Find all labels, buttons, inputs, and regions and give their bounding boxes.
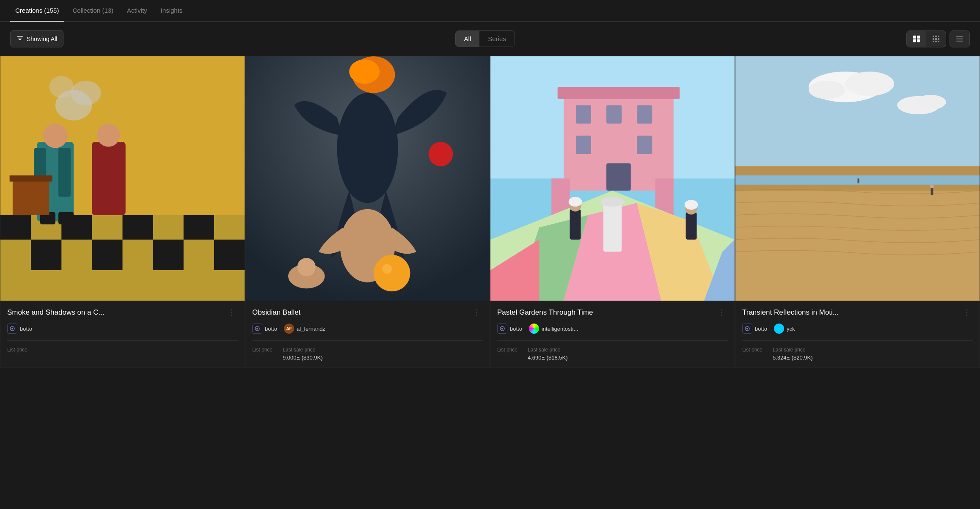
svg-rect-8	[935, 36, 937, 37]
art-card-pastel[interactable]: Pastel Gardens Through Time ⋮ botto inte…	[490, 56, 735, 368]
view-toggle	[906, 30, 946, 47]
card-prices-obsidian: List price - Last sale price 9.000Ξ ($30…	[252, 347, 483, 361]
tab-creations[interactable]: Creations (155)	[10, 0, 64, 22]
toggle-all-button[interactable]: All	[456, 31, 480, 47]
svg-point-50	[349, 59, 380, 84]
card-title-row-transient: Transient Reflections in Moti... ⋮	[742, 307, 973, 318]
more-button-transient[interactable]: ⋮	[961, 307, 973, 318]
svg-rect-67	[637, 136, 652, 154]
tab-insights[interactable]: Insights	[156, 0, 188, 22]
avatar-yck	[774, 324, 784, 334]
art-image-obsidian	[245, 56, 490, 301]
separator-smoke	[7, 340, 238, 341]
svg-rect-97	[931, 188, 933, 195]
svg-rect-54	[439, 145, 443, 154]
card-info-smoke: Smoke and Shadows on a C... ⋮ botto	[0, 301, 245, 368]
view-grid-button[interactable]	[907, 31, 926, 47]
tab-activity[interactable]: Activity	[122, 0, 152, 22]
svg-rect-79	[686, 212, 697, 240]
svg-rect-14	[935, 41, 937, 42]
art-image-pastel	[490, 56, 735, 301]
price-list-pastel: List price -	[497, 347, 518, 361]
card-creators-smoke: botto	[7, 324, 238, 334]
price-list-obsidian: List price -	[252, 347, 273, 361]
separator-pastel	[497, 340, 728, 341]
art-image-smoke	[0, 56, 245, 301]
svg-rect-25	[31, 240, 61, 270]
showing-all-label: Showing All	[27, 36, 57, 42]
creator-botto-transient: botto	[742, 324, 767, 334]
creator-botto-smoke: botto	[7, 324, 32, 334]
creator-name-alfernandz: al_fernandz	[297, 326, 325, 332]
avatar-intelligentostr	[529, 324, 539, 334]
price-sale-value-obsidian: 9.000Ξ ($30.9K)	[283, 354, 322, 361]
card-title-pastel: Pastel Gardens Through Time	[497, 308, 716, 317]
creator-name-intelligentostr: intelligentostr...	[542, 326, 578, 332]
toolbar-right	[906, 30, 970, 47]
svg-rect-42	[10, 175, 52, 181]
list-view-button[interactable]	[950, 30, 970, 47]
svg-point-58	[256, 328, 258, 329]
svg-rect-11	[935, 38, 937, 40]
filter-button[interactable]: Showing All	[10, 30, 63, 47]
card-prices-pastel: List price - Last sale price 4.690Ξ ($18…	[497, 347, 728, 361]
svg-rect-17	[956, 39, 963, 39]
price-list-label-obsidian: List price	[252, 347, 273, 353]
card-creators-transient: botto yck	[742, 324, 973, 334]
price-sale-label-obsidian: Last sale price	[283, 347, 322, 353]
tab-collection[interactable]: Collection (13)	[67, 0, 118, 22]
svg-point-47	[337, 93, 398, 203]
svg-point-52	[382, 264, 392, 274]
price-list-value-pastel: -	[497, 354, 518, 361]
more-button-obsidian[interactable]: ⋮	[471, 307, 483, 318]
svg-rect-37	[97, 124, 120, 147]
price-list-label-pastel: List price	[497, 347, 518, 353]
svg-point-39	[71, 81, 101, 105]
svg-point-91	[809, 81, 845, 99]
toolbar-center: All Series	[455, 30, 515, 47]
svg-rect-35	[58, 212, 74, 224]
art-card-smoke[interactable]: Smoke and Shadows on a C... ⋮ botto	[0, 56, 245, 368]
more-button-smoke[interactable]: ⋮	[226, 307, 238, 318]
price-sale-transient: Last sale price 5.324Ξ ($20.9K)	[773, 347, 812, 361]
svg-point-81	[569, 197, 582, 207]
toggle-series-button[interactable]: Series	[479, 31, 515, 47]
price-list-label-transient: List price	[742, 347, 763, 353]
price-list-value-obsidian: -	[252, 354, 273, 361]
svg-point-86	[501, 328, 503, 329]
creator-name-botto-smoke: botto	[20, 326, 32, 332]
card-creators-obsidian: botto AF al_fernandz	[252, 324, 483, 334]
svg-rect-66	[576, 136, 591, 154]
creator-intelligentostr: intelligentostr...	[529, 324, 578, 334]
card-prices-smoke: List price -	[7, 347, 238, 361]
art-card-transient[interactable]: Transient Reflections in Moti... ⋮ botto…	[735, 56, 980, 368]
view-mosaic-button[interactable]	[926, 31, 946, 47]
svg-point-56	[297, 258, 316, 276]
creator-botto-pastel: botto	[497, 324, 522, 334]
toggle-group: All Series	[455, 30, 515, 47]
svg-rect-77	[570, 209, 581, 240]
creator-name-botto-obsidian: botto	[265, 326, 277, 332]
svg-rect-5	[913, 39, 916, 42]
svg-point-40	[49, 76, 74, 98]
price-list-value-smoke: -	[7, 354, 28, 361]
svg-rect-41	[13, 179, 50, 216]
price-sale-value-pastel: 4.690Ξ ($18.5K)	[528, 354, 567, 361]
art-card-obsidian[interactable]: Obsidian Ballet ⋮ botto AF al_fernandz	[245, 56, 490, 368]
price-list-label-smoke: List price	[7, 347, 28, 353]
svg-rect-64	[606, 105, 622, 123]
svg-rect-75	[603, 203, 622, 252]
svg-rect-65	[637, 105, 652, 123]
svg-rect-63	[576, 105, 591, 123]
art-image-transient	[735, 56, 980, 301]
price-sale-pastel: Last sale price 4.690Ξ ($18.5K)	[528, 347, 567, 361]
botto-logo-pastel	[497, 324, 507, 334]
svg-point-98	[930, 185, 934, 188]
svg-rect-28	[214, 240, 245, 270]
svg-rect-4	[917, 36, 920, 39]
avatar-alfernandz: AF	[284, 324, 294, 334]
more-button-pastel[interactable]: ⋮	[716, 307, 728, 318]
svg-point-44	[11, 328, 13, 329]
svg-rect-15	[938, 41, 939, 42]
svg-rect-9	[938, 36, 939, 37]
